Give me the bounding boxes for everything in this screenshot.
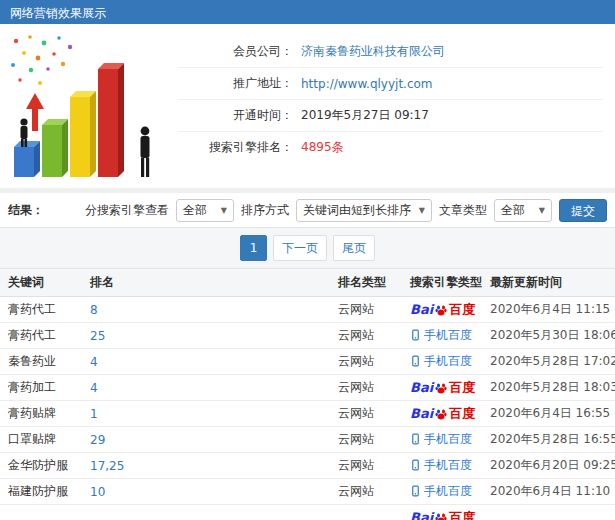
engine-type-cell: Bai百度 [402,379,482,397]
rank-link[interactable]: 4 [82,381,330,395]
engine-type-cell: Bai百度 [402,301,482,319]
rank-type-cell: 云网站 [330,405,402,422]
chevron-down-icon: ▼ [221,206,227,215]
header-rank: 排名 [82,274,330,291]
keyword-cell: 福建防护服 [0,483,82,500]
keyword-cell: 金华防护服 [0,457,82,474]
article-type-value: 全部 [501,202,525,219]
next-page-button[interactable]: 下一页 [273,235,327,261]
table-row: 福建防护服10云网站手机百度2020年6月4日 11:10 [0,479,615,505]
rank-link[interactable]: 17,25 [82,459,330,473]
baidu-paw-icon [435,304,447,316]
sort-value: 关键词由短到长排序 [303,202,411,219]
table-body: 膏药代工8云网站Bai百度2020年6月4日 11:15膏药代工25云网站手机百… [0,297,615,520]
update-time-cell: 2020年5月30日 18:06 [482,327,615,344]
baidu-paw-icon [435,512,447,520]
baidu-logo-bai: Bai [410,406,433,421]
table-row: 金华防护服17,25云网站手机百度2020年6月20日 09:25 [0,453,615,479]
baidu-logo-du: 百度 [449,301,475,319]
engine-type-cell: 手机百度 [402,483,482,501]
update-time-cell: 2020年6月4日 16:55 [482,405,615,422]
mobile-baidu-text: 手机百度 [424,431,472,448]
table-row: 膏药加工4云网站Bai百度2020年5月28日 18:03 [0,375,615,401]
result-label: 结果： [8,202,44,219]
mobile-baidu-label: 手机百度 [410,483,472,500]
info-value-link[interactable]: 济南秦鲁药业科技有限公司 [301,43,445,60]
submit-button[interactable]: 提交 [559,199,607,222]
engine-type-cell: 手机百度 [402,431,482,449]
table-row: 膏药代工25云网站手机百度2020年5月30日 18:06 [0,323,615,349]
rank-type-cell: 云网站 [330,327,402,344]
baidu-logo-bai: Bai [410,302,433,317]
rank-type-cell: 云网站 [330,379,402,396]
engine-type-cell: Bai百度 [402,405,482,423]
table-row: 膏药贴牌1云网站Bai百度2020年6月4日 16:55 [0,401,615,427]
mobile-baidu-text: 手机百度 [424,483,472,500]
update-time-cell: 2020年6月4日 11:10 [482,483,615,500]
info-value: 4895条 [301,139,344,156]
info-value-link[interactable]: http://www.qlyyjt.com [301,77,433,91]
rank-link[interactable]: 25 [82,329,330,343]
engine-type-cell: 手机百度 [402,327,482,345]
info-panel: 会员公司：济南秦鲁药业科技有限公司推广地址：http://www.qlyyjt.… [0,24,615,188]
table-header-row: 关键词 排名 排名类型 搜索引擎类型 最新更新时间 [0,269,615,297]
chevron-down-icon: ▼ [419,206,425,215]
update-time-cell: 2020年5月28日 18:03 [482,379,615,396]
info-value: 2019年5月27日 09:17 [301,107,429,124]
rank-link[interactable]: 8 [82,303,330,317]
baidu-logo: Bai百度 [410,509,475,520]
article-type-label: 文章类型 [439,202,487,219]
keyword-cell: 膏药代工 [0,301,82,318]
bar-chart-illustration [4,31,174,179]
engine-filter-select[interactable]: 全部 ▼ [176,199,234,222]
update-time-cell: 2020年6月20日 09:25 [482,457,615,474]
article-type-select[interactable]: 全部 ▼ [494,199,552,222]
header-updated: 最新更新时间 [482,274,615,291]
mobile-phone-icon [410,459,421,471]
info-label: 搜索引擎排名： [178,139,293,156]
page-1-button[interactable]: 1 [240,235,267,261]
engine-filter-value: 全部 [183,202,207,219]
mobile-baidu-text: 手机百度 [424,457,472,474]
last-page-button[interactable]: 尾页 [333,235,375,261]
baidu-paw-icon [435,408,447,420]
rank-type-cell: 云网站 [330,431,402,448]
engine-type-cell: Bai百度 [402,509,482,520]
rank-type-cell: 云网站 [330,353,402,370]
chart-clipart [0,32,178,178]
rank-type-cell: 云网站 [330,483,402,500]
table-row: 秦鲁药业4云网站手机百度2020年5月28日 17:02 [0,349,615,375]
rank-link[interactable]: 4 [82,355,330,369]
keyword-cell: 口罩贴牌 [0,431,82,448]
rank-type-cell: 云网站 [330,301,402,318]
update-time-cell: 2020年5月28日 17:02 [482,353,615,370]
info-row: 会员公司：济南秦鲁药业科技有限公司 [178,36,603,68]
info-fields: 会员公司：济南秦鲁药业科技有限公司推广地址：http://www.qlyyjt.… [178,32,615,178]
rank-link[interactable]: 29 [82,433,330,447]
info-label: 会员公司： [178,43,293,60]
engine-type-cell: 手机百度 [402,457,482,475]
baidu-logo-bai: Bai [410,380,433,395]
update-time-cell: 2020年6月4日 11:15 [482,301,615,318]
info-label: 推广地址： [178,75,293,92]
mobile-baidu-label: 手机百度 [410,353,472,370]
table-row: 膏药代工8云网站Bai百度2020年6月4日 11:15 [0,297,615,323]
sort-select[interactable]: 关键词由短到长排序 ▼ [296,199,432,222]
baidu-logo: Bai百度 [410,379,475,397]
chevron-down-icon: ▼ [539,206,545,215]
info-label: 开通时间： [178,107,293,124]
engine-type-cell: 手机百度 [402,353,482,371]
info-row: 搜索引擎排名：4895条 [178,132,603,163]
sort-label: 排序方式 [241,202,289,219]
table-row: 口罩贴牌29云网站手机百度2020年5月28日 16:55 [0,427,615,453]
pagination: 1 下一页 尾页 [0,228,615,269]
baidu-logo-du: 百度 [449,509,475,520]
rank-link[interactable]: 10 [82,485,330,499]
rank-type-cell: 云网站 [330,457,402,474]
baidu-logo-du: 百度 [449,379,475,397]
rank-link[interactable]: 1 [82,407,330,421]
baidu-logo: Bai百度 [410,301,475,319]
keyword-cell: 秦鲁药业 [0,353,82,370]
keyword-cell: 膏药加工 [0,379,82,396]
info-row: 推广地址：http://www.qlyyjt.com [178,68,603,100]
